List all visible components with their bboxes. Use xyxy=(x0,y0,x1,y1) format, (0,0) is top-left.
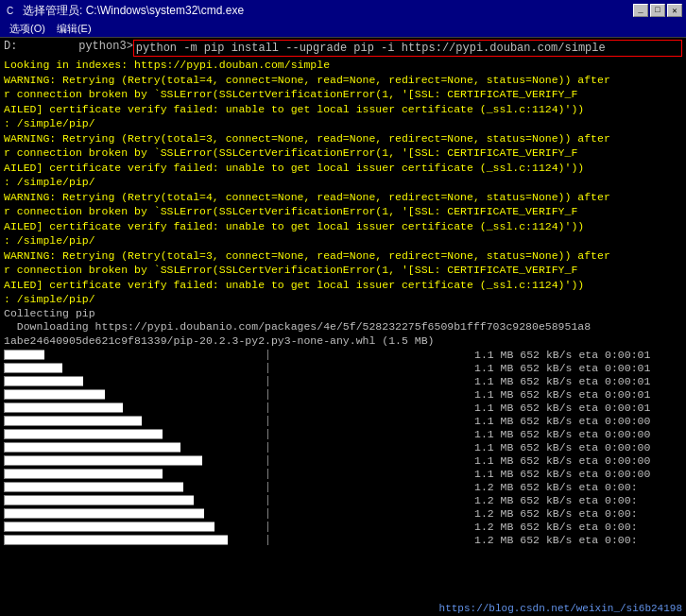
output-line: AILED] certificate verify failed: unable… xyxy=(4,219,682,234)
output-line: : /simple/pip/ xyxy=(4,233,682,248)
output-line: : /simple/pip/ xyxy=(4,292,682,307)
progress-bar-row xyxy=(4,402,471,414)
minimize-button[interactable]: _ xyxy=(633,4,648,17)
stat-line: 1.1 MB 652 kB/s eta 0:00:00 xyxy=(474,468,682,480)
progress-bar-row xyxy=(4,494,471,506)
output-area: Looking in indexes: https://pypi.douban.… xyxy=(4,58,682,307)
stat-line: 1.2 MB 652 kB/s eta 0:00: xyxy=(474,507,682,520)
downloading-line2: 1abe24640905de621c9f81339/pip-20.2.3-py2… xyxy=(4,334,682,347)
output-line: AILED] certificate verify failed: unable… xyxy=(4,102,682,117)
app-icon: C xyxy=(4,3,19,18)
menu-bar: 选项(O) 编辑(E) xyxy=(0,21,686,38)
output-line: Looking in indexes: https://pypi.douban.… xyxy=(4,58,682,73)
output-line: r connection broken by `SSLError(SSLCert… xyxy=(4,87,682,102)
collecting-line: Collecting pip xyxy=(4,307,682,319)
progress-bar-row xyxy=(4,388,471,401)
downloading-line1: Downloading https://pypi.doubanio.com/pa… xyxy=(4,320,682,333)
stat-line: 1.2 MB 652 kB/s eta 0:00: xyxy=(474,494,682,506)
svg-text:C: C xyxy=(7,6,13,16)
progress-bar-row xyxy=(4,521,471,533)
progress-bars xyxy=(4,349,474,546)
output-line: r connection broken by `SSLError(SSLCert… xyxy=(4,204,682,219)
maximize-button[interactable]: □ xyxy=(650,4,665,17)
progress-bar-row xyxy=(4,375,471,387)
output-line: WARNING: Retrying (Retry(total=3, connec… xyxy=(4,248,682,264)
command-input[interactable]: python -m pip install --upgrade pip -i h… xyxy=(133,40,682,57)
output-line: r connection broken by `SSLError(SSLCert… xyxy=(4,263,682,278)
output-line: AILED] certificate verify failed: unable… xyxy=(4,161,682,176)
progress-bar-row xyxy=(4,428,471,440)
window-title: 选择管理员: C:\Windows\system32\cmd.exe xyxy=(23,3,633,19)
progress-bar-row xyxy=(4,481,471,493)
stat-line: 1.1 MB 652 kB/s eta 0:00:00 xyxy=(474,415,682,427)
watermark: https://blog.csdn.net/weixin_/si6b24198 xyxy=(439,603,682,614)
output-line: r connection broken by `SSLError(SSLCert… xyxy=(4,145,682,161)
stat-line: 1.2 MB 652 kB/s eta 0:00: xyxy=(474,481,682,493)
progress-bar-row xyxy=(4,468,471,480)
output-line: WARNING: Retrying (Retry(total=4, connec… xyxy=(4,190,682,205)
stat-line: 1.1 MB 652 kB/s eta 0:00:00 xyxy=(474,454,682,467)
prompt-prefix: D: python3> xyxy=(4,40,133,53)
stat-line: 1.1 MB 652 kB/s eta 0:00:01 xyxy=(474,388,682,401)
stat-line: 1.1 MB 652 kB/s eta 0:00:01 xyxy=(474,362,682,374)
window-controls: _ □ ✕ xyxy=(633,4,682,17)
terminal-window: D: python3> python -m pip install --upgr… xyxy=(0,38,686,616)
stat-line: 1.2 MB 652 kB/s eta 0:00: xyxy=(474,534,682,546)
output-line: WARNING: Retrying (Retry(total=3, connec… xyxy=(4,131,682,146)
stat-line: 1.1 MB 652 kB/s eta 0:00:01 xyxy=(474,375,682,387)
stat-line: 1.1 MB 652 kB/s eta 0:00:01 xyxy=(474,349,682,361)
progress-section: 1.1 MB 652 kB/s eta 0:00:011.1 MB 652 kB… xyxy=(4,349,682,546)
progress-stats: 1.1 MB 652 kB/s eta 0:00:011.1 MB 652 kB… xyxy=(474,349,682,546)
command-line: D: python3> python -m pip install --upgr… xyxy=(4,40,682,57)
menu-options[interactable]: 选项(O) xyxy=(4,22,51,36)
output-line: AILED] certificate verify failed: unable… xyxy=(4,278,682,293)
progress-bar-row xyxy=(4,534,471,546)
progress-bar-row xyxy=(4,349,471,361)
close-button[interactable]: ✕ xyxy=(667,4,682,17)
title-bar: C 选择管理员: C:\Windows\system32\cmd.exe _ □… xyxy=(0,0,686,21)
menu-edit[interactable]: 编辑(E) xyxy=(51,22,97,36)
stat-line: 1.1 MB 652 kB/s eta 0:00:00 xyxy=(474,441,682,453)
progress-bar-row xyxy=(4,441,471,453)
progress-bar-row xyxy=(4,362,471,374)
progress-bar-row xyxy=(4,454,471,467)
output-line: : /simple/pip/ xyxy=(4,175,682,190)
stat-line: 1.2 MB 652 kB/s eta 0:00: xyxy=(474,521,682,533)
progress-bar-row xyxy=(4,507,471,520)
stat-line: 1.1 MB 652 kB/s eta 0:00:00 xyxy=(474,428,682,440)
stat-line: 1.1 MB 652 kB/s eta 0:00:01 xyxy=(474,402,682,414)
output-line: WARNING: Retrying (Retry(total=4, connec… xyxy=(4,73,682,88)
output-line: : /simple/pip/ xyxy=(4,116,682,131)
progress-bar-row xyxy=(4,415,471,427)
